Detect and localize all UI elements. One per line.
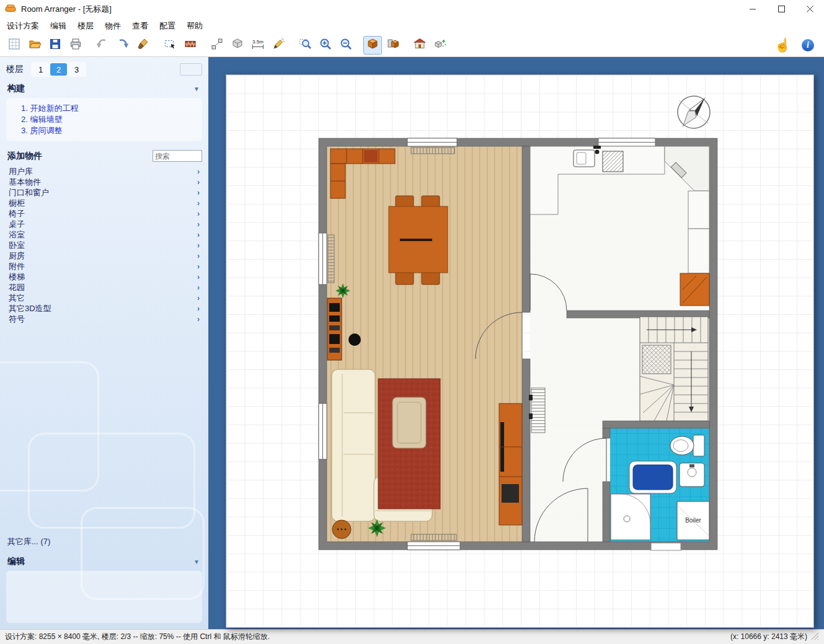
zoom-window-button[interactable] bbox=[296, 36, 314, 55]
stool[interactable] bbox=[348, 333, 361, 346]
minimize-button[interactable] bbox=[738, 0, 767, 19]
category-stairs[interactable]: 楼梯› bbox=[0, 271, 208, 282]
category-chairs[interactable]: 椅子› bbox=[0, 208, 208, 219]
build-step-edit-walls[interactable]: 2. 编辑墙壁 bbox=[21, 114, 198, 125]
menu-item-view[interactable]: 查看 bbox=[126, 19, 154, 33]
category-tables[interactable]: 桌子› bbox=[0, 219, 208, 229]
walkthrough-button[interactable] bbox=[431, 36, 450, 55]
menu-item-help[interactable]: 帮助 bbox=[181, 19, 208, 33]
floor-tab-2[interactable]: 2 bbox=[50, 63, 67, 76]
draw-tool-button[interactable] bbox=[269, 36, 288, 55]
dining-table-set[interactable] bbox=[389, 196, 448, 285]
chevron-right-icon: › bbox=[197, 210, 200, 218]
category-list: 用户库› 基本物件› 门口和窗户› 橱柜› 椅子› 桌子› 浴室› 卧室› 厨房… bbox=[0, 166, 208, 324]
collapse-arrow-icon[interactable]: ▼ bbox=[193, 558, 200, 565]
category-garden[interactable]: 花园› bbox=[0, 282, 208, 293]
print-button[interactable] bbox=[66, 36, 85, 55]
menu-item-config[interactable]: 配置 bbox=[154, 19, 181, 33]
chevron-right-icon: › bbox=[197, 252, 200, 260]
measure-tool-button[interactable]: 3.5m bbox=[249, 36, 267, 55]
pan-hand-button[interactable]: ☝ bbox=[773, 36, 792, 55]
build-section-header[interactable]: 构建 ▼ bbox=[0, 79, 208, 97]
search-input[interactable] bbox=[153, 150, 202, 162]
zoom-out-button[interactable] bbox=[337, 36, 355, 55]
zoom-out-icon bbox=[339, 37, 353, 53]
undo-button[interactable] bbox=[93, 36, 112, 55]
tv-cabinet[interactable] bbox=[499, 404, 522, 525]
cube-wall-icon bbox=[386, 37, 400, 53]
category-symbols[interactable]: 符号› bbox=[0, 314, 208, 324]
plan-sheet[interactable]: Boiler bbox=[226, 74, 814, 628]
floor-tab-1[interactable]: 1 bbox=[32, 63, 49, 76]
add-objects-title: 添加物件 bbox=[7, 151, 42, 162]
build-step-adjust-rooms[interactable]: 3. 房间调整 bbox=[21, 125, 198, 136]
dimension-tool-button[interactable] bbox=[208, 36, 226, 55]
open-folder-icon bbox=[28, 37, 42, 53]
decorative-outline bbox=[0, 361, 99, 492]
sidebar: 楼层 1 2 3 构建 ▼ 1. 开始新的工程 2. 编辑墙壁 3. 房间调整 … bbox=[0, 57, 208, 629]
drawing-canvas[interactable]: Boiler bbox=[208, 57, 824, 629]
category-bedroom[interactable]: 卧室› bbox=[0, 240, 208, 250]
side-table[interactable] bbox=[332, 520, 351, 539]
shower[interactable] bbox=[611, 494, 650, 540]
floors-row: 楼层 1 2 3 bbox=[6, 62, 202, 77]
info-button[interactable]: i bbox=[799, 36, 817, 55]
build-steps-panel: 1. 开始新的工程 2. 编辑墙壁 3. 房间调整 bbox=[6, 98, 202, 141]
category-kitchen[interactable]: 厨房› bbox=[0, 250, 208, 261]
staircase[interactable] bbox=[640, 317, 708, 421]
bathtub[interactable] bbox=[629, 461, 676, 493]
format-painter-button[interactable] bbox=[134, 36, 153, 55]
wall-tool-button[interactable] bbox=[181, 36, 200, 55]
cursor-coordinates: (x: 10666 y: 2413 毫米) bbox=[730, 632, 807, 642]
toilet[interactable] bbox=[670, 435, 704, 456]
view-3d-objects-button[interactable] bbox=[384, 36, 402, 55]
media-cabinet[interactable] bbox=[327, 298, 342, 360]
menu-item-design[interactable]: 设计方案 bbox=[1, 19, 45, 33]
chevron-right-icon: › bbox=[197, 199, 200, 208]
category-doors-windows[interactable]: 门口和窗户› bbox=[0, 187, 208, 198]
category-accessories[interactable]: 附件› bbox=[0, 261, 208, 271]
info-icon: i bbox=[802, 39, 814, 51]
floor-plan[interactable]: Boiler bbox=[226, 75, 815, 629]
boiler[interactable]: Boiler bbox=[677, 501, 709, 540]
pencil-icon bbox=[272, 37, 285, 53]
maximize-icon bbox=[778, 5, 785, 14]
more-libraries-link[interactable]: 其它库... (7) bbox=[0, 535, 208, 552]
floor-tab-3[interactable]: 3 bbox=[68, 63, 85, 76]
category-cabinets[interactable]: 橱柜› bbox=[0, 198, 208, 208]
save-button[interactable] bbox=[46, 36, 64, 55]
category-misc[interactable]: 其它› bbox=[0, 293, 208, 303]
kitchen-orange-unit bbox=[680, 273, 709, 306]
redo-button[interactable] bbox=[113, 36, 132, 55]
new-button[interactable] bbox=[5, 36, 24, 55]
view-3d-house-button[interactable] bbox=[410, 36, 429, 55]
toolbar: 3.5m ☝ i bbox=[0, 33, 824, 57]
rug[interactable] bbox=[378, 379, 440, 509]
menu-item-floor[interactable]: 楼层 bbox=[72, 19, 99, 33]
collapse-arrow-icon[interactable]: ▼ bbox=[193, 86, 200, 92]
resize-grip[interactable] bbox=[811, 632, 819, 642]
edit-section-header[interactable]: 编辑 ▼ bbox=[0, 552, 208, 570]
close-button[interactable] bbox=[795, 0, 824, 19]
threshold bbox=[651, 543, 681, 550]
category-basic-objects[interactable]: 基本物件› bbox=[0, 177, 208, 187]
maximize-button[interactable] bbox=[767, 0, 795, 19]
status-left: 设计方案: 8255 × 8400 毫米, 楼层: 2/3 -- 缩放: 75%… bbox=[5, 632, 270, 642]
chevron-right-icon: › bbox=[197, 283, 200, 292]
category-bathroom[interactable]: 浴室› bbox=[0, 229, 208, 240]
view-3d-button[interactable] bbox=[363, 36, 382, 55]
washbasin[interactable] bbox=[680, 463, 704, 487]
house-icon bbox=[413, 37, 427, 53]
chevron-right-icon: › bbox=[197, 241, 200, 250]
category-misc-3d[interactable]: 其它3D造型› bbox=[0, 303, 208, 314]
menu-item-edit[interactable]: 编辑 bbox=[45, 19, 72, 33]
menu-bar: 设计方案 编辑 楼层 物件 查看 配置 帮助 bbox=[0, 19, 824, 33]
minimize-icon bbox=[750, 5, 756, 14]
open-button[interactable] bbox=[25, 36, 44, 55]
zoom-in-button[interactable] bbox=[316, 36, 335, 55]
select-area-button[interactable] bbox=[161, 36, 179, 55]
category-user-library[interactable]: 用户库› bbox=[0, 166, 208, 177]
object-tool-button[interactable] bbox=[228, 36, 247, 55]
menu-item-object[interactable]: 物件 bbox=[99, 19, 126, 33]
build-step-new-project[interactable]: 1. 开始新的工程 bbox=[21, 103, 198, 114]
